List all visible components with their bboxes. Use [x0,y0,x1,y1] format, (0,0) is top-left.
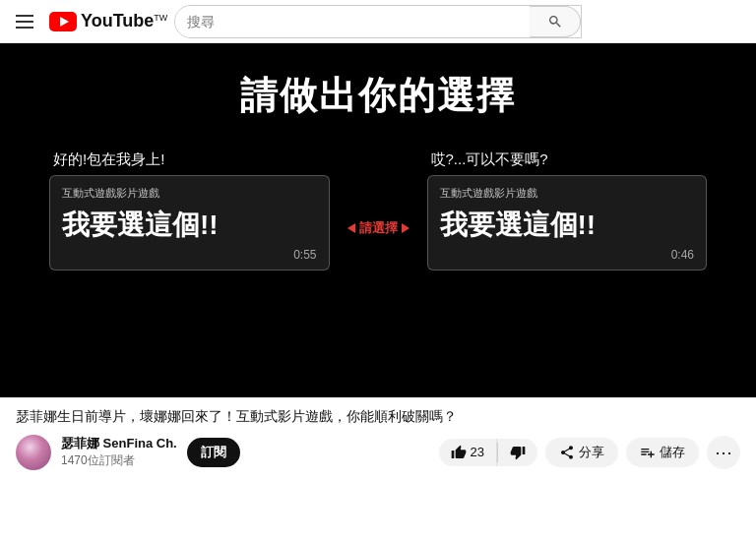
search-button[interactable] [530,6,581,37]
choice-left-time: 0:55 [62,248,317,262]
save-icon [640,445,656,460]
choice-right-label: 哎?...可以不要嗎? [427,150,548,169]
search-bar [174,5,582,38]
choice-left-text: 我要選這個!! [62,207,317,244]
save-label: 儲存 [660,444,685,461]
channel-name: 瑟菲娜 SenFina Ch. [61,435,177,452]
youtube-logo[interactable]: YouTubeTW [49,11,167,31]
channel-subscribers: 1470位訂閱者 [61,452,177,469]
choice-right-text: 我要選這個!! [440,207,695,244]
video-description-title: 瑟菲娜生日前導片，壞娜娜回來了！互動式影片遊戲，你能順利破關嗎？ [16,407,740,427]
channel-info: 瑟菲娜 SenFina Ch. 1470位訂閱者 [61,435,177,469]
avatar-image [16,435,51,470]
thumbs-up-icon [451,445,467,460]
thumbs-down-icon [510,445,526,460]
video-choices: 好的!包在我身上! 互動式遊戲影片遊戲 我要選這個!! 0:55 請選擇 哎?.… [0,150,756,270]
arrow-right-icon [402,223,410,233]
save-button[interactable]: 儲存 [626,438,699,467]
subscribe-button[interactable]: 訂閱 [187,438,240,467]
choice-right-time: 0:46 [440,248,695,262]
choice-left-label: 好的!包在我身上! [49,150,164,169]
video-main-title: 請做出你的選擇 [240,71,516,121]
search-icon [547,14,563,30]
action-buttons: 23 分享 儲存 ⋯ [439,436,740,469]
arrow-left-icon [347,223,355,233]
like-button[interactable]: 23 [439,439,497,466]
center-arrow: 請選擇 [340,219,417,237]
dislike-button[interactable] [498,439,537,466]
like-count: 23 [471,445,484,459]
choice-block-left: 好的!包在我身上! 互動式遊戲影片遊戲 我要選這個!! 0:55 [39,150,340,270]
video-info: 瑟菲娜生日前導片，壞娜娜回來了！互動式影片遊戲，你能順利破關嗎？ 瑟菲娜 Sen… [0,397,756,478]
video-content: 請做出你的選擇 好的!包在我身上! 互動式遊戲影片遊戲 我要選這個!! 0:55… [0,43,756,397]
more-options-button[interactable]: ⋯ [707,436,740,469]
select-text: 請選擇 [359,219,398,237]
channel-left: 瑟菲娜 SenFina Ch. 1470位訂閱者 訂閱 [16,435,240,470]
choice-left-tag: 互動式遊戲影片遊戲 [62,186,317,201]
avatar [16,435,51,470]
video-player[interactable]: 請做出你的選擇 好的!包在我身上! 互動式遊戲影片遊戲 我要選這個!! 0:55… [0,43,756,397]
header: YouTubeTW [0,0,756,43]
arrow-text: 請選擇 [347,219,410,237]
share-button[interactable]: 分享 [545,438,618,467]
choice-right-tag: 互動式遊戲影片遊戲 [440,186,695,201]
search-input[interactable] [175,6,530,37]
hamburger-menu-button[interactable] [16,15,33,29]
youtube-icon [49,12,77,31]
choice-block-right: 哎?...可以不要嗎? 互動式遊戲影片遊戲 我要選這個!! 0:46 [417,150,718,270]
share-label: 分享 [579,444,604,461]
share-icon [559,445,575,460]
more-icon: ⋯ [715,442,732,463]
logo-text: YouTubeTW [81,11,167,31]
choice-card-right[interactable]: 互動式遊戲影片遊戲 我要選這個!! 0:46 [427,175,708,270]
channel-row: 瑟菲娜 SenFina Ch. 1470位訂閱者 訂閱 23 分享 [16,435,740,470]
like-dislike-group: 23 [439,439,537,466]
choice-card-left[interactable]: 互動式遊戲影片遊戲 我要選這個!! 0:55 [49,175,330,270]
